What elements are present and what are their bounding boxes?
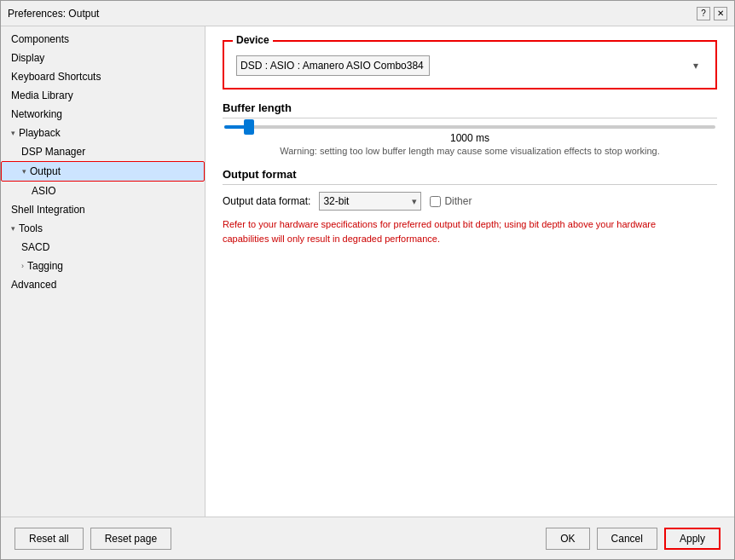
sidebar-item-label: Tools — [19, 221, 43, 236]
preferences-window: Preferences: Output ? ✕ ComponentsDispla… — [0, 0, 735, 560]
sidebar-item-media-library[interactable]: Media Library — [1, 86, 205, 105]
device-section-label: Device — [233, 34, 273, 46]
sidebar-item-dsp-manager[interactable]: DSP Manager — [1, 142, 205, 161]
buffer-ms-value: 1000 ms — [223, 132, 717, 144]
sidebar-item-label: ASIO — [32, 183, 56, 199]
sidebar-item-label: Shell Integration — [11, 202, 85, 217]
sidebar-item-networking[interactable]: Networking — [1, 105, 205, 124]
dither-row: Dither — [430, 195, 472, 207]
chevron-icon: ▾ — [11, 125, 15, 141]
slider-row — [223, 125, 717, 129]
sidebar-item-label: Networking — [11, 107, 62, 122]
sidebar: ComponentsDisplayKeyboard ShortcutsMedia… — [1, 26, 205, 517]
dither-label: Dither — [444, 195, 472, 207]
sidebar-item-tools[interactable]: ▾Tools — [1, 219, 205, 238]
sidebar-item-label: DSP Manager — [21, 144, 85, 159]
chevron-icon: › — [21, 258, 24, 274]
format-select-wrapper: 8-bit 16-bit 24-bit 32-bit — [319, 192, 421, 211]
sidebar-item-playback[interactable]: ▾Playback — [1, 124, 205, 142]
device-select-wrapper: DSD : ASIO : Amanero ASIO Combo384 — [236, 55, 703, 76]
window-title: Preferences: Output — [8, 8, 99, 20]
format-row: Output data format: 8-bit 16-bit 24-bit … — [223, 192, 717, 211]
format-row-label: Output data format: — [223, 195, 310, 207]
sidebar-item-display[interactable]: Display — [1, 49, 205, 67]
sidebar-item-label: Display — [11, 50, 44, 66]
buffer-slider-track[interactable] — [224, 125, 715, 129]
sidebar-item-label: Components — [11, 32, 69, 47]
device-dropdown-row: DSD : ASIO : Amanero ASIO Combo384 — [236, 55, 703, 76]
sidebar-item-label: SACD — [21, 240, 49, 255]
title-bar: Preferences: Output ? ✕ — [1, 1, 734, 26]
device-select[interactable]: DSD : ASIO : Amanero ASIO Combo384 — [236, 55, 430, 76]
format-select[interactable]: 8-bit 16-bit 24-bit 32-bit — [319, 192, 421, 211]
footer-left: Reset all Reset page — [14, 528, 171, 550]
title-bar-controls: ? ✕ — [697, 7, 727, 20]
format-note: Refer to your hardware specifications fo… — [223, 217, 700, 245]
apply-button[interactable]: Apply — [664, 528, 721, 550]
dither-checkbox[interactable] — [430, 196, 441, 207]
output-format-section-label: Output format — [223, 168, 717, 185]
close-button[interactable]: ✕ — [714, 7, 727, 20]
main-content: ComponentsDisplayKeyboard ShortcutsMedia… — [1, 26, 734, 517]
device-section: Device DSD : ASIO : Amanero ASIO Combo38… — [223, 40, 717, 89]
footer-right: OK Cancel Apply — [546, 528, 721, 550]
sidebar-item-keyboard-shortcuts[interactable]: Keyboard Shortcuts — [1, 67, 205, 86]
ok-button[interactable]: OK — [546, 528, 589, 550]
sidebar-item-label: Output — [30, 164, 61, 179]
sidebar-item-tagging[interactable]: ›Tagging — [1, 257, 205, 275]
sidebar-item-components[interactable]: Components — [1, 30, 205, 49]
sidebar-item-label: Tagging — [27, 258, 63, 274]
buffer-warning: Warning: setting too low buffer length m… — [223, 146, 717, 156]
output-format-section: Output format Output data format: 8-bit … — [223, 168, 717, 245]
cancel-button[interactable]: Cancel — [597, 528, 657, 550]
buffer-section-label: Buffer length — [223, 101, 717, 118]
content-area: Device DSD : ASIO : Amanero ASIO Combo38… — [205, 26, 734, 517]
sidebar-item-asio[interactable]: ASIO — [1, 182, 205, 200]
help-button[interactable]: ? — [697, 7, 710, 20]
sidebar-item-label: Media Library — [11, 88, 73, 103]
chevron-icon: ▾ — [22, 164, 26, 179]
chevron-icon: ▾ — [11, 221, 15, 236]
sidebar-item-label: Advanced — [11, 277, 56, 292]
sidebar-item-sacd[interactable]: SACD — [1, 238, 205, 257]
buffer-slider-thumb[interactable] — [244, 119, 254, 135]
sidebar-item-shell-integration[interactable]: Shell Integration — [1, 200, 205, 219]
reset-all-button[interactable]: Reset all — [14, 528, 84, 550]
buffer-section: Buffer length 1000 ms Warning: setting t… — [223, 101, 717, 156]
sidebar-item-advanced[interactable]: Advanced — [1, 275, 205, 294]
sidebar-item-label: Keyboard Shortcuts — [11, 69, 101, 84]
reset-page-button[interactable]: Reset page — [90, 528, 171, 550]
sidebar-item-label: Playback — [19, 125, 61, 141]
footer: Reset all Reset page OK Cancel Apply — [1, 517, 734, 559]
sidebar-item-output[interactable]: ▾Output — [1, 161, 205, 182]
